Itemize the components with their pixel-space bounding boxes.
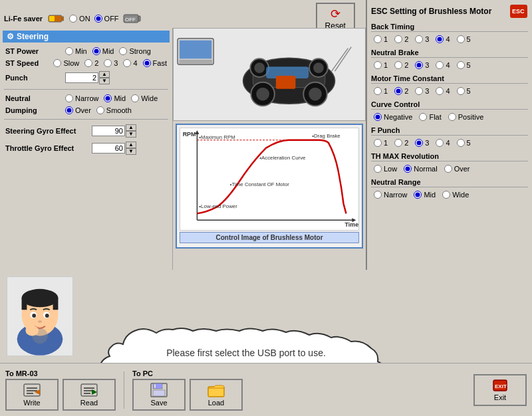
st-speed-4[interactable]: 4 bbox=[123, 59, 137, 67]
bt-4[interactable]: 4 bbox=[436, 35, 450, 43]
mtc-1[interactable]: 1 bbox=[374, 87, 388, 95]
bt-2[interactable]: 2 bbox=[394, 35, 408, 43]
nb-2[interactable]: 2 bbox=[394, 61, 408, 69]
neutral-brake-options: 1 2 3 4 5 bbox=[371, 60, 528, 70]
mtc-5[interactable]: 5 bbox=[457, 87, 471, 95]
dumping-over[interactable]: Over bbox=[65, 106, 91, 114]
svg-point-51 bbox=[25, 326, 39, 336]
steering-gyro-input[interactable] bbox=[92, 126, 125, 136]
fp-5[interactable]: 5 bbox=[457, 139, 471, 147]
curve-control-options: Negative Flat Positive bbox=[371, 112, 528, 122]
write-label: Write bbox=[23, 399, 40, 407]
svg-text:OFF: OFF bbox=[125, 17, 136, 23]
dumping-options: Over Smooth bbox=[65, 106, 167, 114]
svg-rect-8 bbox=[180, 60, 211, 64]
dumping-smooth[interactable]: Smooth bbox=[96, 106, 132, 114]
mtc-4[interactable]: 4 bbox=[436, 87, 450, 95]
thmax-over[interactable]: Over bbox=[444, 165, 470, 173]
graph-area: RPM Time •Maximun RPM •Drag Brake •Accel… bbox=[180, 128, 359, 231]
svg-text:•Time Constant OF Motor: •Time Constant OF Motor bbox=[230, 181, 289, 187]
fp-3[interactable]: 3 bbox=[415, 139, 429, 147]
svg-line-23 bbox=[332, 49, 348, 72]
thmax-normal[interactable]: Normal bbox=[404, 165, 437, 173]
curve-control-label: Curve Control bbox=[371, 100, 528, 110]
nb-5[interactable]: 5 bbox=[457, 61, 471, 69]
steering-header: ⚙ Steering bbox=[3, 31, 170, 43]
neutral-wide[interactable]: Wide bbox=[131, 94, 158, 102]
bt-1[interactable]: 1 bbox=[374, 35, 388, 43]
write-icon bbox=[23, 383, 41, 397]
to-pc-label: To PC bbox=[132, 369, 153, 377]
st-speed-3[interactable]: 3 bbox=[104, 59, 118, 67]
fp-2[interactable]: 2 bbox=[394, 139, 408, 147]
neutral-options: Narrow Mid Wide bbox=[65, 94, 167, 102]
throttle-gyro-up[interactable]: ▲ bbox=[126, 142, 136, 148]
save-button[interactable]: Save bbox=[132, 379, 186, 411]
write-button[interactable]: Write bbox=[5, 379, 59, 411]
st-speed-slow[interactable]: Slow bbox=[53, 59, 79, 67]
battery-off-icon: OFF bbox=[123, 13, 143, 25]
battery-icon bbox=[48, 13, 64, 24]
svg-text:•Low-end Power: •Low-end Power bbox=[199, 203, 237, 209]
read-icon bbox=[80, 383, 98, 397]
exit-button[interactable]: EXIT Exit bbox=[473, 374, 527, 406]
nb-1[interactable]: 1 bbox=[374, 61, 388, 69]
punch-label: Punch bbox=[5, 74, 65, 82]
punch-input[interactable] bbox=[65, 72, 98, 83]
punch-up[interactable]: ▲ bbox=[99, 71, 110, 78]
cc-positive[interactable]: Positive bbox=[448, 113, 484, 121]
steering-gyro-down[interactable]: ▼ bbox=[126, 131, 136, 138]
svg-text:•Maximun RPM: •Maximun RPM bbox=[199, 134, 235, 140]
svg-rect-7 bbox=[180, 41, 211, 59]
cc-flat[interactable]: Flat bbox=[419, 113, 441, 121]
neutral-mid[interactable]: Mid bbox=[104, 94, 126, 102]
fp-1[interactable]: 1 bbox=[374, 139, 388, 147]
nr-wide[interactable]: Wide bbox=[442, 191, 469, 199]
sep2 bbox=[4, 119, 168, 120]
cc-negative[interactable]: Negative bbox=[374, 113, 412, 121]
read-button[interactable]: Read bbox=[63, 379, 116, 411]
neutral-brake-section: Neutral Brake 1 2 3 4 5 bbox=[371, 49, 528, 70]
st-power-mid[interactable]: Mid bbox=[92, 47, 114, 55]
svg-rect-55 bbox=[24, 384, 40, 396]
nr-narrow[interactable]: Narrow bbox=[374, 191, 407, 199]
st-speed-fast[interactable]: Fast bbox=[143, 59, 167, 67]
steering-gyro-up[interactable]: ▲ bbox=[126, 124, 136, 131]
svg-rect-68 bbox=[154, 384, 156, 388]
rc-car-image bbox=[173, 28, 366, 121]
nb-3[interactable]: 3 bbox=[415, 61, 429, 69]
graph-title: Control Image of Brushless Motor bbox=[180, 232, 359, 243]
fp-4[interactable]: 4 bbox=[436, 139, 450, 147]
st-power-min[interactable]: Min bbox=[65, 47, 87, 55]
throttle-gyro-down[interactable]: ▼ bbox=[126, 148, 136, 155]
thmax-low[interactable]: Low bbox=[374, 165, 397, 173]
st-speed-2[interactable]: 2 bbox=[84, 59, 98, 67]
neutral-narrow[interactable]: Narrow bbox=[65, 94, 98, 102]
load-button[interactable]: Load bbox=[190, 379, 243, 411]
dumping-label: Dumping bbox=[5, 106, 65, 114]
svg-rect-4 bbox=[138, 16, 140, 21]
bt-5[interactable]: 5 bbox=[457, 35, 471, 43]
svg-point-20 bbox=[313, 62, 324, 73]
steering-gyro-label: Steering Gyro Effect bbox=[5, 127, 92, 135]
svg-text:Time: Time bbox=[345, 221, 358, 228]
st-power-strong[interactable]: Strong bbox=[119, 47, 150, 55]
divider1 bbox=[124, 371, 124, 409]
nr-mid[interactable]: Mid bbox=[414, 191, 436, 199]
save-icon bbox=[150, 383, 168, 397]
motor-time-label: Motor Time Constant bbox=[371, 74, 528, 84]
rc-car-svg bbox=[174, 29, 365, 120]
nb-4[interactable]: 4 bbox=[436, 61, 450, 69]
exit-group: EXIT Exit bbox=[473, 374, 527, 406]
throttle-gyro-input[interactable] bbox=[92, 143, 125, 154]
punch-down[interactable]: ▼ bbox=[99, 78, 110, 84]
bottom-section: To MR-03 Write bbox=[0, 363, 532, 416]
bt-3[interactable]: 3 bbox=[415, 35, 429, 43]
life-saver-off[interactable]: OFF bbox=[94, 15, 119, 23]
svg-rect-22 bbox=[276, 76, 296, 89]
mtc-2[interactable]: 2 bbox=[394, 87, 408, 95]
throttle-gyro-row: Throttle Gyro Effect ▲ ▼ bbox=[3, 140, 170, 157]
reset-icon: ⟳ bbox=[331, 7, 340, 21]
life-saver-on[interactable]: ON bbox=[69, 15, 90, 23]
mtc-3[interactable]: 3 bbox=[415, 87, 429, 95]
